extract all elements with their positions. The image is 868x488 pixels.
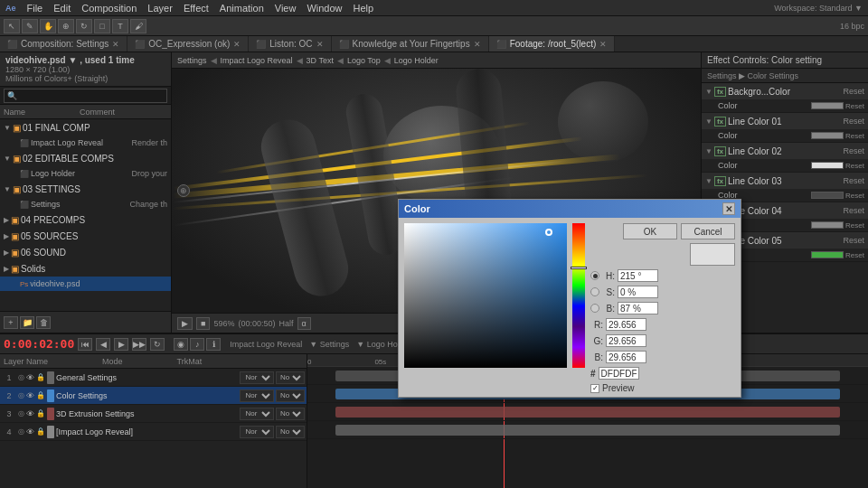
tl-prev-btn[interactable]: ◀ — [96, 338, 110, 351]
bread-impact[interactable]: Impact Logo Reveal — [221, 56, 293, 65]
b2-input[interactable] — [606, 351, 646, 363]
menu-layer[interactable]: Layer — [147, 3, 173, 14]
tl-tt-3[interactable]: None — [276, 408, 305, 420]
folder-btn[interactable]: 📁 — [20, 316, 34, 329]
tl-solo-1[interactable]: ◎ — [18, 373, 24, 381]
tab-knowledge[interactable]: ⬛ Knowledge at Your Fingertips ✕ — [332, 36, 489, 52]
tl-mode-4[interactable]: Nor — [240, 426, 274, 438]
line04-color-swatch[interactable] — [811, 221, 844, 229]
s-input[interactable] — [618, 286, 658, 298]
stop-btn[interactable]: ■ — [196, 317, 210, 330]
effect-group-line03-header[interactable]: ▼ fx Line Color 03 Reset — [702, 173, 868, 189]
menu-window[interactable]: Window — [307, 3, 342, 14]
menu-animation[interactable]: Animation — [220, 3, 264, 14]
effect-group-line01-header[interactable]: ▼ fx Line Color 01 Reset — [702, 113, 868, 129]
track-clip-4[interactable] — [335, 425, 840, 436]
toggle-alpha[interactable]: α — [297, 317, 311, 330]
line01-color-reset[interactable]: Reset — [845, 132, 864, 140]
folder-05-sources[interactable]: ▶ ▣ 05 SOURCES — [0, 228, 171, 244]
folder-01-final-comp[interactable]: ▼ ▣ 01 FINAL COMP — [0, 119, 171, 136]
line03-color-swatch[interactable] — [811, 192, 844, 199]
file-videohive-psd[interactable]: Ps videohive.psd — [0, 277, 171, 291]
tl-lock-2[interactable]: 🔒 — [36, 391, 45, 399]
cancel-button[interactable]: Cancel — [681, 223, 735, 239]
folder-06-sound[interactable]: ▶ ▣ 06 SOUND — [0, 244, 171, 260]
tool-brush[interactable]: 🖌 — [130, 19, 146, 33]
color-dialog-titlebar[interactable]: Color ✕ — [399, 200, 741, 218]
tl-play-btn[interactable]: ▶ — [114, 338, 128, 351]
folder-04-precomps[interactable]: ▶ ▣ 04 PRECOMPS — [0, 211, 171, 228]
line03-color-reset[interactable]: Reset — [845, 192, 864, 200]
tl-tt-2[interactable]: None — [276, 389, 305, 402]
tl-lock-3[interactable]: 🔒 — [36, 409, 45, 418]
tl-loop-btn[interactable]: ↻ — [150, 338, 165, 351]
g-input[interactable] — [606, 334, 646, 347]
folder-solids[interactable]: ▶ ▣ Solids — [0, 260, 171, 277]
line05-color-reset[interactable]: Reset — [845, 251, 864, 259]
hue-slider[interactable] — [572, 223, 585, 368]
tab-oc-expression[interactable]: ⬛ OC_Expression (ok) ✕ — [127, 36, 249, 52]
line04-color-reset[interactable]: Reset — [845, 221, 864, 230]
track-clip-3[interactable] — [335, 407, 840, 418]
reset-02[interactable]: Reset — [843, 146, 864, 155]
line02-color-reset[interactable]: Reset — [845, 162, 864, 170]
menu-edit[interactable]: Edit — [53, 3, 71, 14]
hex-input[interactable] — [599, 367, 639, 380]
reset-04[interactable]: Reset — [843, 206, 864, 215]
folder-02-editable[interactable]: ▼ ▣ 02 EDITABLE COMPS — [0, 150, 171, 166]
tl-info-btn[interactable]: ℹ — [206, 338, 221, 351]
preview-checkbox[interactable]: ✓ — [590, 384, 599, 393]
search-input[interactable] — [4, 89, 167, 103]
h-input[interactable]: 215 ° — [618, 269, 658, 282]
viewer-anchor-icon[interactable]: ⊕ — [177, 184, 190, 197]
bread-logotop[interactable]: Logo Top — [347, 56, 381, 65]
s-radio[interactable] — [590, 287, 599, 296]
new-item-btn[interactable]: + — [4, 316, 18, 329]
color-dialog-close-btn[interactable]: ✕ — [722, 202, 735, 215]
tool-text[interactable]: T — [112, 19, 128, 33]
tl-lock-1[interactable]: 🔒 — [36, 373, 45, 381]
tl-mode-2[interactable]: Nor — [240, 389, 274, 402]
file-settings[interactable]: ⬛ Settings Change th — [0, 197, 171, 211]
reset-bg[interactable]: Reset — [843, 87, 864, 96]
menu-help[interactable]: Help — [354, 3, 374, 14]
bread-logoholder[interactable]: Logo Holder — [394, 56, 439, 65]
bg-color-reset[interactable]: Reset — [845, 102, 864, 110]
ok-button[interactable]: OK — [623, 223, 677, 239]
bread-3dtext[interactable]: 3D Text — [307, 56, 334, 65]
reset-01[interactable]: Reset — [843, 117, 864, 126]
effect-group-bg-header[interactable]: ▼ fx Backgro...Color Reset — [702, 83, 868, 99]
line02-color-swatch[interactable] — [811, 162, 844, 169]
b-radio[interactable] — [590, 304, 599, 313]
menu-composition[interactable]: Composition — [81, 3, 137, 14]
tl-tt-4[interactable]: None — [276, 426, 305, 438]
trash-btn[interactable]: 🗑 — [36, 316, 51, 329]
tl-ram-preview[interactable]: ◉ — [174, 338, 188, 351]
tl-mode-1[interactable]: Nor — [240, 371, 274, 384]
line01-color-swatch[interactable] — [811, 132, 844, 139]
menu-file[interactable]: File — [27, 3, 43, 14]
reset-05[interactable]: Reset — [843, 236, 864, 245]
bread-settings[interactable]: Settings — [177, 56, 207, 65]
tab-liston[interactable]: ⬛ Liston: OC ✕ — [249, 36, 331, 52]
tl-tt-1[interactable]: None — [276, 371, 305, 384]
tl-lock-4[interactable]: 🔒 — [36, 427, 45, 436]
menu-view[interactable]: View — [275, 3, 297, 14]
h-radio[interactable] — [590, 271, 599, 280]
tl-next-btn[interactable]: ▶▶ — [132, 338, 146, 351]
tool-pen[interactable]: ✎ — [22, 19, 38, 33]
tl-vis-2[interactable]: 👁 — [26, 391, 34, 400]
effect-group-line02-header[interactable]: ▼ fx Line Color 02 Reset — [702, 143, 868, 159]
tab-comp-settings[interactable]: ⬛ Composition: Settings ✕ — [0, 36, 127, 52]
tl-solo-2[interactable]: ◎ — [18, 391, 24, 399]
tool-hand[interactable]: ✋ — [40, 19, 56, 33]
tool-rect[interactable]: □ — [94, 19, 110, 33]
tool-select[interactable]: ↖ — [4, 19, 20, 33]
play-btn[interactable]: ▶ — [177, 317, 193, 330]
tl-solo-4[interactable]: ◎ — [18, 427, 24, 436]
tab-footage[interactable]: ⬛ Footage: /root_5(lect) ✕ — [489, 36, 616, 52]
tl-audio-btn[interactable]: ♪ — [190, 338, 204, 351]
bg-color-swatch[interactable] — [811, 102, 844, 109]
tl-vis-1[interactable]: 👁 — [26, 373, 34, 382]
tl-solo-3[interactable]: ◎ — [18, 409, 24, 418]
